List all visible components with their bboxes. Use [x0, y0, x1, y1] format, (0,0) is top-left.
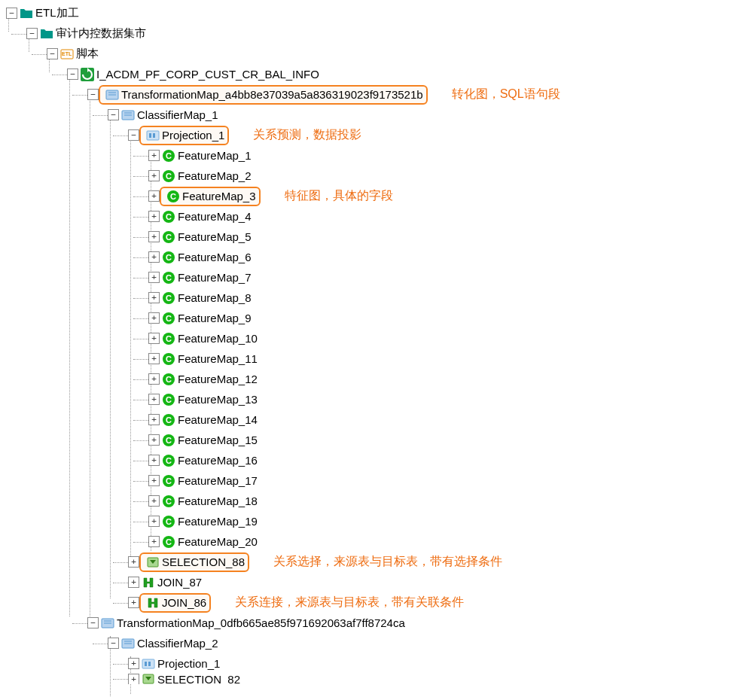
tree-item-selection-82[interactable]: + SELECTION_82	[3, 674, 735, 684]
etl-folder-icon	[60, 47, 74, 61]
toggle-icon[interactable]: +	[128, 658, 139, 669]
tree-label: FeatureMap_3	[182, 190, 256, 202]
toggle-icon[interactable]: −	[87, 89, 99, 100]
toggle-icon[interactable]: −	[108, 638, 119, 649]
tree-item-feature-map[interactable]: +FeatureMap_12	[3, 369, 735, 389]
tree-item-feature-map[interactable]: +FeatureMap_9	[3, 308, 735, 328]
tree-item-feature-map[interactable]: +FeatureMap_2	[3, 166, 735, 186]
tree-label: FeatureMap_6	[178, 251, 252, 263]
projection-icon	[142, 657, 155, 671]
toggle-icon[interactable]: +	[148, 190, 160, 202]
toggle-icon[interactable]: −	[87, 617, 99, 628]
tree-item-root[interactable]: − ETL加工	[3, 3, 735, 23]
toggle-icon[interactable]: +	[148, 373, 160, 385]
toggle-icon[interactable]: +	[128, 674, 139, 684]
feature-icon	[162, 251, 175, 264]
toggle-icon[interactable]: −	[6, 8, 17, 19]
tree-label: FeatureMap_17	[178, 474, 258, 487]
toggle-icon[interactable]: +	[148, 170, 160, 181]
tree-item-feature-map[interactable]: +FeatureMap_5	[3, 227, 735, 247]
feature-icon	[162, 413, 175, 427]
toggle-icon[interactable]: −	[67, 68, 78, 80]
join-icon	[146, 596, 160, 610]
feature-icon	[162, 474, 175, 488]
toggle-icon[interactable]: +	[128, 556, 139, 568]
toggle-icon[interactable]: +	[148, 150, 160, 161]
feature-icon	[162, 210, 175, 224]
tree-item-join-86[interactable]: + JOIN_86 关系连接，来源表与目标表，带有关联条件	[3, 592, 735, 613]
tree-label: FeatureMap_12	[178, 373, 258, 385]
toggle-icon[interactable]: +	[148, 211, 160, 222]
tree-label: FeatureMap_4	[178, 210, 252, 223]
tree-item-feature-map[interactable]: +FeatureMap_10	[3, 328, 735, 348]
tree-item-feature-map[interactable]: +FeatureMap_20	[3, 531, 735, 552]
tree-item-job[interactable]: − I_ACDM_PF_CORP_CUST_CR_BAL_INFO	[3, 64, 735, 84]
tree-label: I_ACDM_PF_CORP_CUST_CR_BAL_INFO	[96, 68, 319, 81]
tree-label: JOIN_87	[157, 576, 202, 589]
tree-item-feature-map[interactable]: +FeatureMap_4	[3, 206, 735, 227]
toggle-icon[interactable]: −	[128, 129, 139, 141]
tree-label: FeatureMap_10	[178, 332, 258, 345]
toggle-icon[interactable]: −	[108, 109, 119, 120]
tree-label: FeatureMap_18	[178, 495, 258, 507]
tree-item-script[interactable]: − 脚本	[3, 44, 735, 64]
tree-label: FeatureMap_1	[178, 149, 252, 162]
tree-label: FeatureMap_13	[178, 393, 258, 406]
toggle-icon[interactable]: +	[148, 434, 160, 446]
toggle-icon[interactable]: +	[148, 353, 160, 364]
toggle-icon[interactable]: +	[148, 455, 160, 466]
annotation: 特征图，具体的字段	[285, 188, 393, 204]
tree-label: 脚本	[76, 47, 99, 61]
tree-item-feature-map[interactable]: +FeatureMap_15	[3, 430, 735, 450]
toggle-icon[interactable]: +	[128, 577, 139, 588]
selection-icon	[146, 555, 160, 569]
toggle-icon[interactable]: +	[148, 251, 160, 263]
tree-item-feature-map[interactable]: +FeatureMap_3特征图，具体的字段	[3, 186, 735, 206]
tree-item-classifier-map-2[interactable]: − ClassifierMap_2	[3, 633, 735, 653]
tree-item-join-87[interactable]: + JOIN_87	[3, 572, 735, 592]
feature-icon	[162, 535, 175, 549]
tree-item-classifier-map-1[interactable]: − ClassifierMap_1	[3, 105, 735, 125]
toggle-icon[interactable]: +	[148, 231, 160, 242]
feature-icon	[162, 169, 175, 183]
feature-icon	[162, 454, 175, 467]
tree-item-transformation-map-2[interactable]: − TransformationMap_0dfb665ae85f97169206…	[3, 613, 735, 633]
toggle-icon[interactable]: −	[47, 48, 58, 59]
toggle-icon[interactable]: +	[148, 475, 160, 486]
tree-item-feature-map[interactable]: +FeatureMap_19	[3, 511, 735, 531]
feature-icon	[162, 230, 175, 244]
tree-item-feature-map[interactable]: +FeatureMap_14	[3, 409, 735, 430]
tree-item-feature-map[interactable]: +FeatureMap_17	[3, 470, 735, 491]
tree-label: ClassifierMap_1	[137, 108, 218, 121]
toggle-icon[interactable]: +	[148, 292, 160, 303]
tree-item-feature-map[interactable]: +FeatureMap_8	[3, 288, 735, 308]
tree-item-feature-map[interactable]: +FeatureMap_16	[3, 450, 735, 470]
tree-item-selection-88[interactable]: + SELECTION_88 关系选择，来源表与目标表，带有选择条件	[3, 552, 735, 572]
toggle-icon[interactable]: −	[26, 28, 38, 39]
toggle-icon[interactable]: +	[148, 495, 160, 507]
toggle-icon[interactable]: +	[148, 414, 160, 425]
tree-item-datamart[interactable]: − 审计内控数据集市	[3, 23, 735, 44]
toggle-icon[interactable]: +	[148, 536, 160, 547]
toggle-icon[interactable]: +	[148, 394, 160, 405]
tree-item-feature-map[interactable]: +FeatureMap_18	[3, 491, 735, 511]
toggle-icon[interactable]: +	[148, 516, 160, 527]
feature-icon	[162, 515, 175, 528]
feature-icon	[162, 495, 175, 508]
map-icon	[121, 637, 135, 650]
tree-item-projection-1[interactable]: − Projection_1 关系预测，数据投影	[3, 125, 735, 145]
tree-item-projection-2[interactable]: + Projection_1	[3, 653, 735, 674]
toggle-icon[interactable]: +	[128, 597, 139, 608]
tree-item-feature-map[interactable]: +FeatureMap_1	[3, 145, 735, 166]
tree-item-feature-map[interactable]: +FeatureMap_7	[3, 267, 735, 288]
tree-item-feature-map[interactable]: +FeatureMap_6	[3, 247, 735, 267]
toggle-icon[interactable]: +	[148, 333, 160, 344]
tree-item-feature-map[interactable]: +FeatureMap_11	[3, 348, 735, 369]
tree-label: FeatureMap_20	[178, 535, 258, 548]
toggle-icon[interactable]: +	[148, 312, 160, 324]
feature-icon	[162, 332, 175, 345]
tree-item-feature-map[interactable]: +FeatureMap_13	[3, 389, 735, 409]
toggle-icon[interactable]: +	[148, 272, 160, 283]
tree-item-transformation-map-1[interactable]: − TransformationMap_a4bb8e37039a5a836319…	[3, 84, 735, 105]
tree-label: FeatureMap_16	[178, 454, 258, 467]
